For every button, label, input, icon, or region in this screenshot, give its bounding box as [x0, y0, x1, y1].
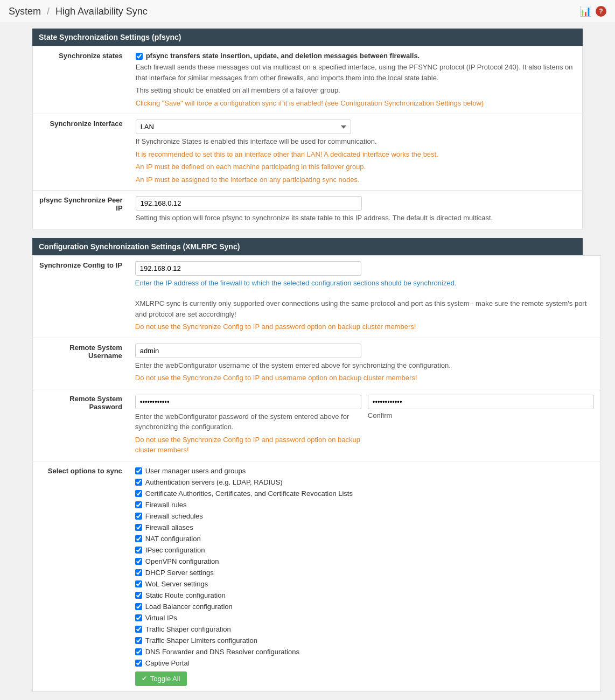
sync-option-checkbox-10[interactable] [135, 580, 142, 587]
sync-option-item: DNS Forwarder and DNS Resolver configura… [135, 648, 594, 656]
password-group-main: Enter the webConfigurator password of th… [135, 395, 361, 456]
sync-option-item: Captive Portal [135, 659, 594, 667]
pfsync-peer-ip-value: Setting this option will force pfsync to… [129, 191, 583, 229]
sync-option-label-7: IPsec configuration [145, 546, 205, 554]
page-title: System / High Availability Sync [9, 6, 148, 17]
sync-option-item: Certificate Authorities, Certificates, a… [135, 489, 594, 498]
remote-password-label: Remote System Password [33, 389, 129, 461]
sync-option-checkbox-8[interactable] [135, 558, 142, 565]
sync-option-item: User manager users and groups [135, 467, 594, 475]
toggle-all-button[interactable]: ✔ Toggle All [135, 671, 187, 686]
sync-config-ip-desc1: Enter the IP address of the firewall to … [135, 278, 594, 289]
sync-config-ip-input[interactable] [135, 261, 361, 276]
sync-interface-select[interactable]: LAN WAN OPT1 [136, 120, 351, 134]
sync-states-row: Synchronize states pfsync transfers stat… [33, 46, 583, 114]
sync-option-checkbox-11[interactable] [135, 592, 142, 599]
sync-option-label-8: OpenVPN configuration [145, 557, 219, 565]
sync-option-checkbox-15[interactable] [135, 637, 142, 644]
sync-option-label-12: Load Balancer configuration [145, 603, 233, 611]
sync-option-checkbox-5[interactable] [135, 524, 142, 531]
xmlrpc-section-header: Configuration Synchronization Settings (… [32, 238, 583, 255]
sync-option-item: Load Balancer configuration [135, 603, 594, 611]
confirm-label: Confirm [368, 411, 594, 419]
remote-username-input[interactable] [135, 344, 361, 358]
sync-interface-value: LAN WAN OPT1 If Synchronize States is en… [129, 114, 583, 191]
sync-option-label-9: DHCP Server settings [145, 569, 214, 577]
sync-option-item: Traffic Shaper configuration [135, 625, 594, 633]
sync-option-item: Firewall rules [135, 501, 594, 509]
sync-option-checkbox-0[interactable] [135, 467, 142, 474]
sync-option-label-16: DNS Forwarder and DNS Resolver configura… [145, 648, 299, 656]
sync-option-item: OpenVPN configuration [135, 557, 594, 565]
sync-option-checkbox-16[interactable] [135, 648, 142, 655]
help-icon[interactable]: ? [596, 6, 606, 17]
pfsync-peer-ip-row: pfsync Synchronize Peer IP Setting this … [33, 191, 583, 229]
sync-option-label-14: Traffic Shaper configuration [145, 625, 231, 633]
select-options-label: Select options to sync [33, 461, 129, 691]
page-header: System / High Availability Sync 📊 ? [0, 0, 615, 23]
remote-password-confirm-input[interactable] [368, 395, 594, 409]
sync-interface-desc2: It is recommended to set this to an inte… [136, 149, 576, 160]
password-group-confirm: Confirm [368, 395, 594, 419]
sync-option-item: DHCP Server settings [135, 569, 594, 577]
pfsync-peer-ip-desc: Setting this option will force pfsync to… [136, 213, 576, 223]
sync-interface-row: Synchronize Interface LAN WAN OPT1 If Sy… [33, 114, 583, 191]
sync-interface-label: Synchronize Interface [33, 114, 129, 191]
sync-option-item: Authentication servers (e.g. LDAP, RADIU… [135, 478, 594, 486]
sync-config-ip-desc2: XMLRPC sync is currently only supported … [135, 298, 594, 319]
sync-config-ip-value: Enter the IP address of the firewall to … [129, 255, 601, 338]
sync-interface-desc4: An IP must be assigned to the interface … [136, 174, 576, 185]
sync-option-label-15: Traffic Shaper Limiters configuration [145, 636, 257, 645]
breadcrumb-system[interactable]: System [9, 6, 41, 17]
sync-option-label-5: Firewall aliases [145, 523, 193, 531]
sync-states-label: Synchronize states [33, 46, 129, 114]
sync-option-checkbox-14[interactable] [135, 626, 142, 633]
sync-option-checkbox-2[interactable] [135, 490, 142, 497]
select-options-value: User manager users and groupsAuthenticat… [129, 461, 601, 691]
remote-password-value: Enter the webConfigurator password of th… [129, 389, 601, 461]
remote-password-desc1: Enter the webConfigurator password of th… [135, 411, 361, 432]
sync-config-ip-label: Synchronize Config to IP [33, 255, 129, 338]
sync-option-label-10: WoL Server settings [145, 580, 208, 588]
sync-states-value: pfsync transfers state insertion, update… [129, 46, 583, 114]
remote-password-desc2: Do not use the Synchronize Config to IP … [135, 435, 361, 456]
sync-option-label-1: Authentication servers (e.g. LDAP, RADIU… [145, 478, 283, 486]
remote-password-row: Remote System Password Enter the webConf… [33, 389, 601, 461]
sync-option-item: Traffic Shaper Limiters configuration [135, 636, 594, 645]
select-options-row: Select options to sync User manager user… [33, 461, 601, 691]
toggle-all-label: Toggle All [150, 675, 180, 683]
sync-option-checkbox-9[interactable] [135, 569, 142, 576]
sync-option-checkbox-7[interactable] [135, 547, 142, 554]
sync-option-checkbox-6[interactable] [135, 535, 142, 542]
sync-interface-desc3: An IP must be defined on each machine pa… [136, 162, 576, 172]
pfsync-section-header: State Synchronization Settings (pfsync) [32, 29, 583, 46]
remote-username-value: Enter the webConfigurator username of th… [129, 338, 601, 389]
sync-option-label-0: User manager users and groups [145, 467, 246, 475]
sync-option-checkbox-3[interactable] [135, 501, 142, 508]
sync-option-checkbox-4[interactable] [135, 513, 142, 520]
sync-option-item: NAT configuration [135, 535, 594, 543]
sync-states-checkbox-row: pfsync transfers state insertion, update… [136, 52, 576, 60]
remote-username-label: Remote System Username [33, 338, 129, 389]
sync-option-checkbox-12[interactable] [135, 603, 142, 610]
sync-interface-desc1: If Synchronize States is enabled this in… [136, 136, 576, 147]
sync-option-item: Static Route configuration [135, 591, 594, 599]
pfsync-settings-table: Synchronize states pfsync transfers stat… [32, 46, 583, 229]
remote-username-desc1: Enter the webConfigurator username of th… [135, 360, 594, 371]
sync-option-checkbox-13[interactable] [135, 614, 142, 621]
sync-option-item: IPsec configuration [135, 546, 594, 554]
sync-options-list: User manager users and groupsAuthenticat… [135, 467, 594, 667]
sync-states-checkbox[interactable] [136, 53, 143, 60]
pfsync-peer-ip-input[interactable] [136, 196, 362, 211]
main-content: State Synchronization Settings (pfsync) … [27, 23, 588, 700]
remote-password-input[interactable] [135, 395, 361, 409]
bar-chart-icon[interactable]: 📊 [579, 5, 591, 17]
sync-option-item: Firewall aliases [135, 523, 594, 531]
remote-username-row: Remote System Username Enter the webConf… [33, 338, 601, 389]
sync-option-checkbox-1[interactable] [135, 479, 142, 486]
sync-states-bold-desc: pfsync transfers state insertion, update… [146, 52, 420, 60]
sync-option-checkbox-17[interactable] [135, 660, 142, 667]
sync-option-label-4: Firewall schedules [145, 512, 203, 520]
sync-states-desc1: Each firewall sends these messages out v… [136, 62, 576, 83]
sync-states-desc2: This setting should be enabled on all me… [136, 85, 576, 96]
